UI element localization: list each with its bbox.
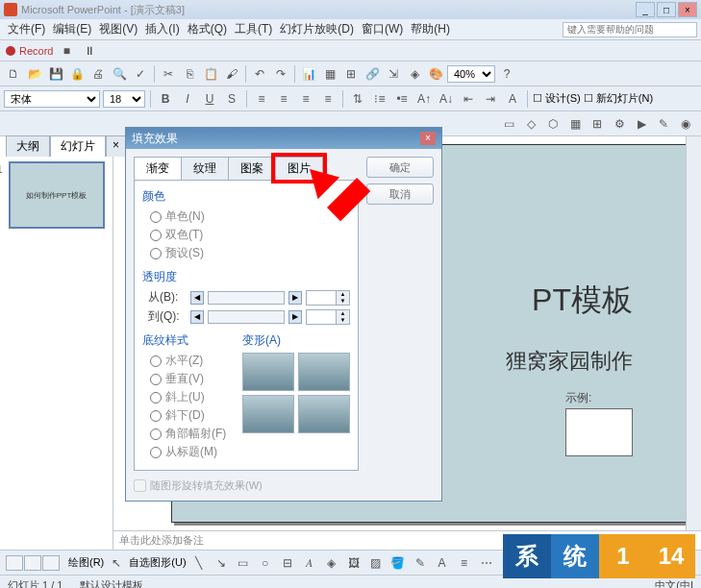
- tool-icon-5[interactable]: ⊞: [588, 114, 607, 134]
- menu-edit[interactable]: 编辑(E): [49, 19, 95, 39]
- format-painter-icon[interactable]: 🖌: [222, 64, 241, 84]
- normal-view-icon[interactable]: [6, 555, 23, 571]
- font-name-select[interactable]: 宋体: [4, 90, 100, 108]
- diag-up-radio[interactable]: 斜上(U): [150, 389, 235, 405]
- align-left-icon[interactable]: ≡: [252, 89, 271, 109]
- copy-icon[interactable]: ⎘: [180, 64, 199, 84]
- oval-icon[interactable]: ○: [256, 553, 275, 573]
- bullets-icon[interactable]: •≡: [392, 89, 412, 109]
- menu-help[interactable]: 帮助(H): [407, 19, 454, 39]
- dialog-titlebar[interactable]: 填充效果 ×: [126, 128, 441, 149]
- increase-indent-icon[interactable]: ⇥: [481, 89, 500, 109]
- decrease-font-icon[interactable]: A↓: [437, 89, 456, 109]
- color-icon[interactable]: 🎨: [426, 64, 445, 84]
- font-color-icon[interactable]: A: [503, 89, 522, 109]
- italic-button[interactable]: I: [178, 89, 197, 109]
- save-icon[interactable]: 💾: [46, 64, 65, 84]
- sorter-view-icon[interactable]: [24, 555, 41, 571]
- two-color-radio[interactable]: 双色(T): [150, 227, 350, 243]
- cut-icon[interactable]: ✂: [159, 64, 178, 84]
- close-button[interactable]: ×: [678, 2, 697, 17]
- to-left-icon[interactable]: ◀: [190, 310, 204, 324]
- vertical-text-icon[interactable]: ⇅: [348, 89, 367, 109]
- rotate-fill-checkbox[interactable]: 随图形旋转填充效果(W): [134, 478, 359, 493]
- align-right-icon[interactable]: ≡: [296, 89, 315, 109]
- preview-icon[interactable]: 🔍: [110, 64, 129, 84]
- tool-icon-9[interactable]: ◉: [676, 114, 695, 134]
- help-icon[interactable]: ?: [497, 64, 516, 84]
- textbox-icon[interactable]: ⊟: [278, 553, 297, 573]
- print-icon[interactable]: 🖨: [88, 64, 108, 84]
- font-size-select[interactable]: 18: [103, 90, 145, 108]
- open-icon[interactable]: 📂: [25, 64, 44, 84]
- spell-icon[interactable]: ✓: [131, 64, 150, 84]
- wordart-icon[interactable]: 𝐴: [300, 553, 319, 573]
- tool-icon-8[interactable]: ✎: [654, 114, 673, 134]
- line-color-icon[interactable]: ✎: [411, 553, 430, 573]
- variant-2[interactable]: [298, 353, 350, 391]
- paste-icon[interactable]: 📋: [201, 64, 220, 84]
- chart-icon[interactable]: 📊: [299, 64, 318, 84]
- menu-file[interactable]: 文件(F): [4, 19, 49, 39]
- clipart-icon[interactable]: 🖼: [344, 553, 363, 573]
- tabs-close-icon[interactable]: ×: [106, 135, 126, 157]
- ok-button[interactable]: 确定: [366, 157, 434, 178]
- menu-format[interactable]: 格式(Q): [184, 19, 231, 39]
- diag-down-radio[interactable]: 斜下(D): [150, 407, 235, 424]
- from-right-icon[interactable]: ▶: [288, 291, 302, 305]
- undo-icon[interactable]: ↶: [250, 64, 269, 84]
- line-style-icon[interactable]: ≡: [455, 553, 474, 573]
- draw-menu[interactable]: 绘图(R): [68, 555, 104, 570]
- shadow-button[interactable]: S: [222, 89, 241, 109]
- decrease-indent-icon[interactable]: ⇤: [459, 89, 478, 109]
- slides-tab[interactable]: 幻灯片: [50, 135, 106, 157]
- minimize-button[interactable]: _: [636, 2, 655, 17]
- picture-icon[interactable]: ▨: [366, 553, 386, 573]
- dialog-close-icon[interactable]: ×: [420, 132, 436, 145]
- new-slide-button[interactable]: ☐ 新幻灯片(N): [584, 91, 653, 106]
- variant-1[interactable]: [242, 353, 294, 391]
- tool-icon-7[interactable]: ▶: [632, 114, 651, 134]
- autoshapes-menu[interactable]: 自选图形(U): [129, 555, 186, 570]
- permission-icon[interactable]: 🔒: [67, 64, 87, 84]
- record-label[interactable]: Record: [19, 45, 53, 57]
- tool-icon-2[interactable]: ◇: [521, 114, 540, 134]
- stop-icon[interactable]: ■: [57, 41, 76, 61]
- picture-tab[interactable]: 图片: [275, 157, 323, 180]
- diagram-icon[interactable]: ◈: [322, 553, 341, 573]
- variant-3[interactable]: [242, 395, 294, 433]
- cancel-button[interactable]: 取消: [366, 184, 434, 205]
- align-center-icon[interactable]: ≡: [274, 89, 293, 109]
- align-justify-icon[interactable]: ≡: [318, 89, 338, 109]
- pause-icon[interactable]: ⏸: [80, 41, 99, 61]
- arrow-icon[interactable]: ↘: [212, 553, 231, 573]
- corner-radio[interactable]: 角部幅射(F): [150, 426, 235, 442]
- tool-icon-1[interactable]: ▭: [499, 114, 518, 134]
- from-slider[interactable]: [208, 291, 285, 305]
- redo-icon[interactable]: ↷: [271, 64, 290, 84]
- to-right-icon[interactable]: ▶: [288, 310, 302, 324]
- show-icon[interactable]: ◈: [405, 64, 424, 84]
- tool-icon-3[interactable]: ⬡: [543, 114, 563, 134]
- slideshow-view-icon[interactable]: [42, 555, 60, 571]
- menu-slideshow[interactable]: 幻灯片放映(D): [276, 19, 358, 39]
- table-icon[interactable]: ▦: [320, 64, 339, 84]
- line-icon[interactable]: ╲: [189, 553, 209, 573]
- menu-tools[interactable]: 工具(T): [231, 19, 276, 39]
- help-search-input[interactable]: [563, 22, 697, 37]
- underline-button[interactable]: U: [200, 89, 219, 109]
- fill-color-icon[interactable]: 🪣: [388, 553, 408, 573]
- maximize-button[interactable]: □: [657, 2, 676, 17]
- vertical-scrollbar[interactable]: [686, 136, 701, 530]
- rectangle-icon[interactable]: ▭: [234, 553, 253, 573]
- tool-icon-4[interactable]: ▦: [565, 114, 585, 134]
- variant-4[interactable]: [298, 395, 350, 433]
- zoom-select[interactable]: 40%: [447, 65, 495, 83]
- pattern-tab[interactable]: 图案: [228, 157, 276, 180]
- increase-font-icon[interactable]: A↑: [414, 89, 434, 109]
- from-title-radio[interactable]: 从标题(M): [150, 444, 235, 460]
- numbering-icon[interactable]: ⁝≡: [370, 89, 389, 109]
- outline-tab[interactable]: 大纲: [6, 135, 50, 157]
- from-spinner[interactable]: ▲▼: [306, 290, 350, 306]
- to-spinner[interactable]: ▲▼: [306, 309, 350, 325]
